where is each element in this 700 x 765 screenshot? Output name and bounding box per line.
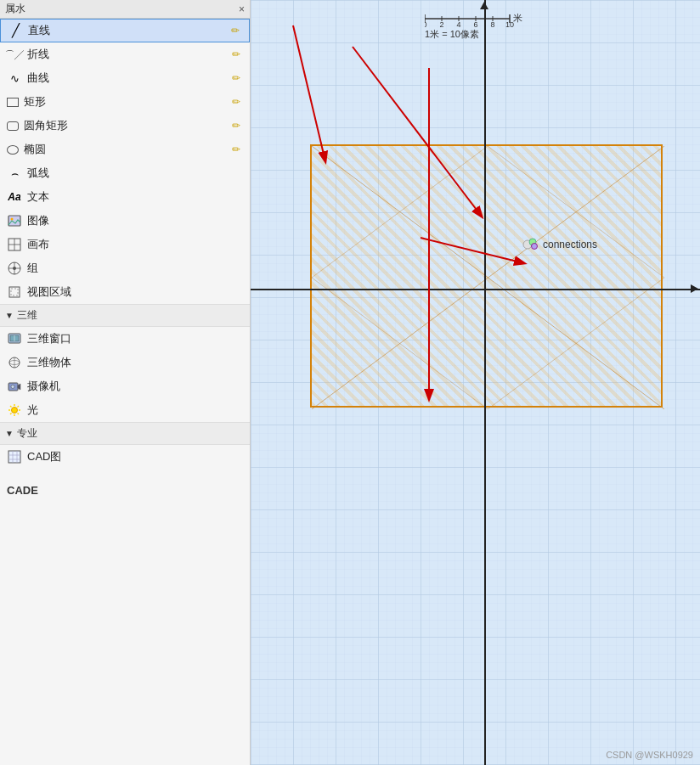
section-pro[interactable]: ▼ 专业 <box>0 422 250 445</box>
svg-line-51 <box>488 146 664 278</box>
connections-label: connections <box>543 239 597 250</box>
3dobject-label: 三维物体 <box>27 355 243 370</box>
y-axis-arrow <box>480 2 488 9</box>
panel-header: 属水 × <box>0 0 250 19</box>
section-3d[interactable]: ▼ 三维 <box>0 304 250 327</box>
text-label: 文本 <box>27 189 243 205</box>
svg-line-50 <box>312 146 664 409</box>
curve-label: 曲线 <box>27 70 229 86</box>
group-label: 组 <box>27 261 243 276</box>
svg-line-26 <box>18 413 20 415</box>
connections-marker: connections <box>522 238 597 251</box>
rect-icon <box>7 98 19 107</box>
rect-label: 矩形 <box>24 94 229 110</box>
list-item-image[interactable]: 图像 <box>0 209 250 233</box>
svg-point-19 <box>11 385 14 389</box>
line-label: 直线 <box>28 23 229 38</box>
text-icon: Aa <box>7 189 22 205</box>
axis-unit-label: 米 <box>513 12 527 25</box>
list-item-line[interactable]: ╱ 直线 ✏ <box>0 19 250 42</box>
panel-title: 属水 <box>5 2 25 16</box>
polyline-edit-icon[interactable]: ✏ <box>229 48 243 61</box>
polyline-icon: ⌒╱ <box>7 47 22 62</box>
svg-point-1 <box>11 218 14 221</box>
svg-line-52 <box>312 278 488 409</box>
3dwindow-icon <box>7 331 22 346</box>
panel-close-btn[interactable]: × <box>239 3 245 15</box>
scale-label: 1米 = 10像素 <box>425 28 527 41</box>
svg-point-57 <box>532 244 538 250</box>
list-item-curve[interactable]: ∿ 曲线 ✏ <box>0 66 250 90</box>
svg-text:4: 4 <box>456 20 460 27</box>
image-icon <box>7 213 22 228</box>
scale-bar: 0 2 4 6 8 10 米 1米 = 10像素 <box>425 10 527 41</box>
roundrect-edit-icon[interactable]: ✏ <box>229 119 243 132</box>
cade-label: CADE <box>0 477 250 503</box>
list-item-cad[interactable]: CAD图 <box>0 445 250 469</box>
svg-line-54 <box>488 278 664 409</box>
list-item-camera[interactable]: 摄像机 <box>0 374 250 398</box>
list-item-viewport[interactable]: 视图区域 <box>0 280 250 304</box>
camera-icon <box>7 379 22 394</box>
list-item-3dobject[interactable]: 三维物体 <box>0 351 250 374</box>
3dwindow-label: 三维窗口 <box>27 331 243 346</box>
line-icon: ╱ <box>8 23 23 38</box>
light-label: 光 <box>27 402 243 418</box>
list-item-rect[interactable]: 矩形 ✏ <box>0 90 250 114</box>
line-edit-icon[interactable]: ✏ <box>229 24 242 37</box>
curve-icon: ∿ <box>7 70 22 86</box>
svg-text:2: 2 <box>439 20 443 27</box>
ellipse-icon <box>7 145 19 155</box>
ellipse-edit-icon[interactable]: ✏ <box>229 143 243 156</box>
canvas-icon <box>7 237 22 252</box>
ellipse-label: 椭圆 <box>24 142 229 157</box>
svg-text:0: 0 <box>425 20 427 27</box>
arc-icon: ⌢ <box>7 166 22 181</box>
orange-rectangle <box>310 144 663 408</box>
light-icon <box>7 402 22 418</box>
svg-rect-29 <box>8 451 20 463</box>
viewport-icon <box>7 284 22 300</box>
section-pro-label: 专业 <box>17 426 37 441</box>
y-axis <box>484 0 486 765</box>
svg-line-28 <box>10 413 12 415</box>
svg-point-8 <box>13 267 16 270</box>
group-icon <box>7 261 22 276</box>
roundrect-label: 圆角矩形 <box>24 118 229 133</box>
rect-edit-icon[interactable]: ✏ <box>229 95 243 109</box>
list-item-group[interactable]: 组 <box>0 256 250 280</box>
list-item-roundrect[interactable]: 圆角矩形 ✏ <box>0 114 250 138</box>
canvas-label: 画布 <box>27 237 243 252</box>
roundrect-icon <box>7 121 19 131</box>
svg-point-20 <box>12 408 18 413</box>
list-item-polyline[interactable]: ⌒╱ 折线 ✏ <box>0 42 250 66</box>
svg-line-25 <box>10 406 12 408</box>
list-item-3dwindow[interactable]: 三维窗口 <box>0 327 250 351</box>
list-item-text[interactable]: Aa 文本 <box>0 185 250 209</box>
cad-icon <box>7 449 22 464</box>
canvas-area[interactable]: 0 2 4 6 8 10 米 1米 = 10像素 <box>251 0 700 765</box>
left-panel: 属水 × ╱ 直线 ✏ ⌒╱ 折线 ✏ ∿ 曲线 ✏ 矩形 ✏ 圆角矩形 ✏ 椭… <box>0 0 251 765</box>
svg-line-53 <box>312 146 488 278</box>
x-axis-arrow <box>691 284 698 293</box>
x-axis <box>251 289 700 290</box>
svg-rect-10 <box>11 289 18 295</box>
viewport-label: 视图区域 <box>27 284 243 300</box>
list-item-ellipse[interactable]: 椭圆 ✏ <box>0 138 250 161</box>
image-label: 图像 <box>27 213 243 228</box>
watermark: CSDN @WSKH0929 <box>606 750 693 760</box>
svg-line-27 <box>18 406 20 408</box>
svg-text:6: 6 <box>473 20 477 27</box>
svg-line-49 <box>312 146 664 409</box>
list-item-arc[interactable]: ⌢ 弧线 <box>0 161 250 185</box>
cad-label: CAD图 <box>27 449 243 464</box>
list-item-canvas[interactable]: 画布 <box>0 233 250 256</box>
section-3d-label: 三维 <box>17 308 37 323</box>
svg-text:8: 8 <box>490 20 494 27</box>
3dobject-icon <box>7 355 22 370</box>
curve-edit-icon[interactable]: ✏ <box>229 71 243 85</box>
polyline-label: 折线 <box>27 47 229 62</box>
section-3d-arrow: ▼ <box>5 311 14 320</box>
list-item-light[interactable]: 光 <box>0 398 250 422</box>
arc-label: 弧线 <box>27 166 243 181</box>
